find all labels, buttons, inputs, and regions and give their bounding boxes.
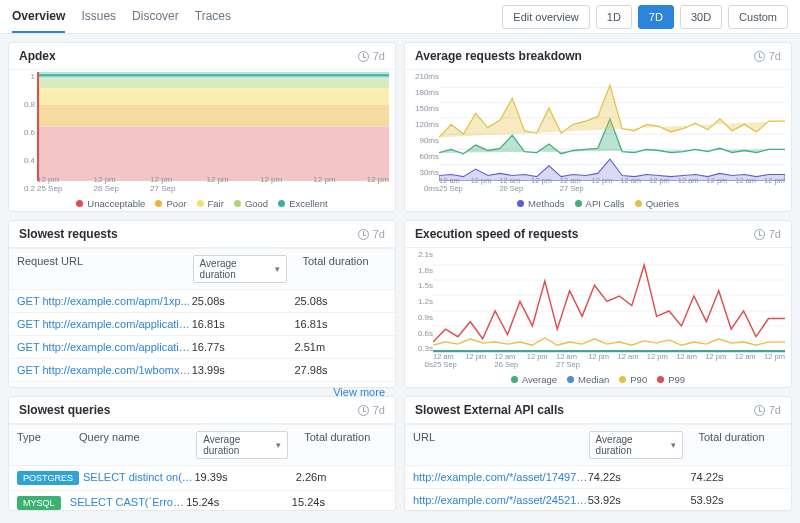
- card-range[interactable]: 7d: [358, 404, 385, 416]
- x-axis: 12 am25 Sep 12 pm 12 am26 Sep 12 pm 12 a…: [433, 353, 785, 369]
- col-type: Type: [9, 425, 71, 465]
- table-row[interactable]: http://example.com/*/asset/2452181211?lo…: [405, 489, 791, 512]
- card-slowest-requests: Slowest requests 7d Request URL Average …: [8, 220, 396, 388]
- svg-rect-3: [37, 105, 389, 127]
- svg-rect-2: [37, 88, 389, 104]
- chevron-down-icon: ▾: [276, 440, 281, 450]
- toolbar: Edit overview 1D 7D 30D Custom: [502, 5, 788, 29]
- tab-discover[interactable]: Discover: [132, 1, 179, 33]
- legend: Methods API Calls Queries: [405, 198, 791, 209]
- col-total: Total duration: [296, 425, 395, 465]
- col-total: Total duration: [295, 249, 396, 289]
- table-row[interactable]: MYSQLSELECT CAST(`ErrorGro...15.24s15.24…: [9, 491, 395, 516]
- chevron-down-icon: ▾: [275, 264, 280, 274]
- card-slowest-queries: Slowest queries 7d Type Query name Avera…: [8, 396, 396, 511]
- card-breakdown: Average requests breakdown 7d 210ms180ms…: [404, 42, 792, 212]
- chevron-down-icon: ▾: [671, 440, 676, 450]
- card-title: Average requests breakdown: [415, 49, 582, 63]
- table-header: Request URL Average duration▾ Total dura…: [9, 248, 395, 290]
- card-title: Execution speed of requests: [415, 227, 578, 241]
- topbar: Overview Issues Discover Traces Edit ove…: [0, 0, 800, 34]
- card-slowest-api: Slowest External API calls 7d URL Averag…: [404, 396, 792, 511]
- col-url: URL: [405, 425, 581, 465]
- card-title: Slowest queries: [19, 403, 110, 417]
- card-title: Slowest requests: [19, 227, 118, 241]
- card-range[interactable]: 7d: [358, 50, 385, 62]
- table-row[interactable]: http://example.com/*/asset/1749749435?lo…: [405, 466, 791, 489]
- clock-icon: [754, 229, 765, 240]
- db-badyge: MYSQL: [17, 496, 61, 510]
- db-badge: POSTGRES: [17, 471, 79, 485]
- nav-tabs: Overview Issues Discover Traces: [12, 1, 231, 33]
- tab-traces[interactable]: Traces: [195, 1, 231, 33]
- col-url: Request URL: [9, 249, 185, 289]
- card-title: Apdex: [19, 49, 56, 63]
- legend: Unacceptable Poor Fair Good Excellent: [9, 198, 395, 209]
- tab-issues[interactable]: Issues: [81, 1, 116, 33]
- table-row[interactable]: GET http://example.com/apm/1xp...25.08s2…: [9, 290, 395, 313]
- table-header: URL Average duration▾ Total duration: [405, 424, 791, 466]
- card-range[interactable]: 7d: [754, 404, 781, 416]
- table-header: Type Query name Average duration▾ Total …: [9, 424, 395, 466]
- clock-icon: [358, 229, 369, 240]
- card-range[interactable]: 7d: [754, 50, 781, 62]
- clock-icon: [754, 51, 765, 62]
- range-7d-button[interactable]: 7D: [638, 5, 674, 29]
- legend: Average Median P90 P99: [405, 374, 791, 385]
- svg-rect-1: [37, 79, 389, 89]
- col-sort[interactable]: Average duration▾: [581, 425, 691, 465]
- clock-icon: [754, 405, 765, 416]
- tab-overview[interactable]: Overview: [12, 1, 65, 33]
- range-custom-button[interactable]: Custom: [728, 5, 788, 29]
- apdex-chart: [37, 72, 389, 181]
- edit-overview-button[interactable]: Edit overview: [502, 5, 589, 29]
- table-row[interactable]: GET http://example.com/applicatio...16.7…: [9, 336, 395, 359]
- card-exec-speed: Execution speed of requests 7d 2.1s1.8s1…: [404, 220, 792, 388]
- card-title: Slowest External API calls: [415, 403, 564, 417]
- y-axis: 2.1s1.8s1.5s1.2s0.9s0.6s0.3s0s: [409, 250, 433, 369]
- clock-icon: [358, 405, 369, 416]
- card-range[interactable]: 7d: [754, 228, 781, 240]
- col-sort[interactable]: Average duration▾: [185, 249, 295, 289]
- col-total: Total duration: [691, 425, 792, 465]
- range-30d-button[interactable]: 30D: [680, 5, 722, 29]
- breakdown-chart: [439, 72, 785, 181]
- y-axis: 10.80.60.40.2: [13, 72, 35, 193]
- clock-icon: [358, 51, 369, 62]
- card-range[interactable]: 7d: [358, 228, 385, 240]
- table-row[interactable]: GET http://example.com/applicatio...16.8…: [9, 313, 395, 336]
- x-axis: 12 pm25 Sep 12 pm26 Sep 12 pm27 Sep 12 p…: [37, 176, 389, 193]
- col-name: Query name: [71, 425, 188, 465]
- card-apdex: Apdex 7d 10.80.60.40.2 12 pm25 Sep: [8, 42, 396, 212]
- col-sort[interactable]: Average duration▾: [188, 425, 296, 465]
- exec-speed-chart: [433, 250, 785, 357]
- table-row[interactable]: GET http://example.com/1wbomx9...13.99s2…: [9, 359, 395, 382]
- x-axis: 12 am25 Sep 12 pm 12 am26 Sep 12 pm 12 a…: [439, 177, 785, 193]
- table-row[interactable]: POSTGRESSELECT distinct on(u.uni...19.39…: [9, 466, 395, 491]
- range-1d-button[interactable]: 1D: [596, 5, 632, 29]
- svg-rect-4: [37, 127, 389, 182]
- y-axis: 210ms180ms150ms120ms90ms60ms30ms0ms: [409, 72, 439, 193]
